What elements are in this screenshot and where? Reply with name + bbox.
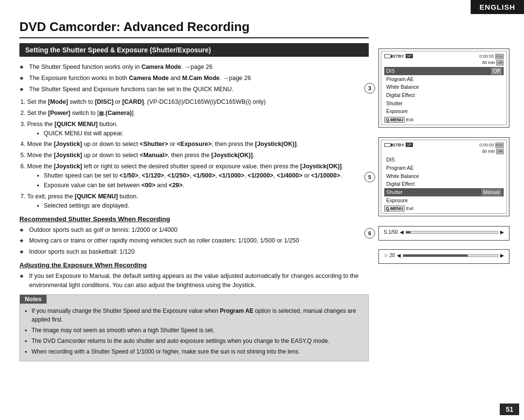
battery-icon-3 [384,54,391,58]
menu-white-balance-5: White Balance [384,172,504,180]
cam-screen-step3: 3 STBY SP 0:00:00 RW 30 min VR DISOff [378,48,509,128]
shutter-bar-label: S.1/50 [384,229,398,235]
step-7: To exit, press the [QUICK MENU] button. … [27,192,369,210]
shutter-bullet-2: Moving cars or trains or other rapidly m… [19,236,369,245]
cam-screen-step5: 5 STBY SP 0:00:00 RW 30 min VR DIS [378,137,509,216]
cam-status-bar-3: STBY SP 0:00:00 RW [384,53,504,59]
shutter-bullets: Outdoor sports such as golf or tennis: 1… [19,226,369,257]
main-content: DVD Camcorder: Advanced Recording Settin… [19,19,369,401]
step-4: Move the [Joystick] up or down to select… [27,140,369,149]
exposure-section-title: Adjusting the Exposure When Recording [19,261,369,269]
vr-badge-5: RW [495,143,504,148]
exposure-bullets: If you set Exposure to Manual, the defau… [19,272,369,290]
note-2: The image may not seem as smooth when a … [25,326,363,335]
exposure-bar-label: ☆ 20 [384,253,395,258]
menu-digital-effect-5: Digital Effect [384,180,504,188]
cam-screen-inner-5: STBY SP 0:00:00 RW 30 min VR DIS Program… [381,140,507,214]
note-1: If you manually change the Shutter Speed… [25,307,363,324]
step3-badge: 3 [364,83,375,94]
page-title: DVD Camcorder: Advanced Recording [19,19,369,38]
shutter-section-title: Recommended Shutter Speeds When Recordin… [19,215,369,223]
time-right-3: 0:00:00 RW [479,53,504,59]
qmenu-icon-5: Q.MENU [384,206,405,211]
step-3: Press the [QUICK MENU] button. QUICK MEN… [27,120,369,138]
shutter-bar [406,231,498,234]
stby-label-5: STBY [393,143,404,147]
cam-screen-inner-3: STBY SP 0:00:00 RW 30 min VR DISOff Prog… [381,51,507,125]
step-1: Set the [Mode] switch to [DISC] or [CARD… [27,97,369,107]
menu-shutter-selected: ShutterManual [384,188,504,196]
qmenu-icon-3: Q.MENU [384,117,405,123]
exposure-bar [403,254,498,257]
menu-exposure-5: Exposure [384,196,504,205]
intro-bullet-1: The Shutter Speed function works only in… [19,63,369,72]
step6-badge: 6 [364,228,375,239]
cam-status-bar-5: STBY SP 0:00:00 RW [384,142,504,147]
time-3: 0:00:00 [479,54,494,59]
section-header: Setting the Shutter Speed & Exposure (Sh… [19,43,369,57]
time-5: 0:00:00 [479,143,494,147]
step-5: Move the [Joystick] up or down to select… [27,151,369,160]
shutter-bar-box: 6 S.1/50 ◀ ▶ [378,226,509,241]
battery-icon-5 [384,143,391,147]
min-label-3: 30 min VR [384,60,504,65]
menu-white-balance-3: White Balance [384,83,504,91]
shutter-bar-track: S.1/50 ◀ ▶ [384,229,504,235]
menu-dis-5: DIS [384,156,504,164]
step-2: Set the [Power] switch to [▩.(Camera)]. [27,109,369,118]
exposure-bar-box: ☆ 20 ◀ ▶ [378,249,509,264]
step-6: Move the [Joystick] left or right to sel… [27,162,369,190]
intro-bullet-3: The Shutter Speed and Exposure functions… [19,85,369,94]
menu-program-ae-5: Program AE [384,164,504,172]
cam-footer-3: Q.MENU Exit [384,117,504,123]
menu-list-5: DIS Program AE White Balance Digital Eff… [384,156,504,204]
exposure-bar-fill [403,255,468,257]
note-4: When recording with a Shutter Speed of 1… [25,347,363,356]
exposure-bar-track: ☆ 20 ◀ ▶ [384,253,504,258]
intro-bullets: The Shutter Speed function works only in… [19,63,369,94]
menu-shutter-3: Shutter [384,99,504,108]
step-3-sub: QUICK MENU list will appear. [37,129,369,138]
shutter-bullet-3: Indoor sports such as basketball: 1/120 [19,247,369,257]
shutter-bullet-1: Outdoor sports such as golf or tennis: 1… [19,226,369,235]
exposure-arrow-right: ▶ [500,253,504,258]
exposure-arrow-left: ◀ [397,253,401,258]
menu-exposure-3: Exposure [384,107,504,115]
dis-value: Off [491,67,502,75]
intro-bullet-2: The Exposure function works in both Came… [19,74,369,83]
english-badge: ENGLISH [471,0,524,14]
shutter-bar-fill [406,231,410,233]
step-6-sub1: Shutter speed can be set to <1/50>, <1/1… [37,171,369,180]
step-6-sub2: Exposure value can be set between <00> a… [37,181,369,190]
time-right-5: 0:00:00 RW [479,142,504,147]
notes-header: Notes [20,295,47,304]
menu-program-ae-3: Program AE [384,75,504,83]
vr-5: VR [496,149,504,154]
menu-dis: DISOff [384,67,504,75]
shutter-arrow-left: ◀ [400,229,404,235]
stby-label-3: STBY [393,54,404,59]
menu-digital-effect-3: Digital Effect [384,91,504,99]
page-container: ENGLISH DVD Camcorder: Advanced Recordin… [0,0,524,420]
cam-status-left-5: STBY SP [384,143,413,147]
note-3: The DVD Camcorder returns to the auto sh… [25,337,363,345]
cam-footer-5: Q.MENU Exit [384,206,504,211]
vr-3: VR [496,60,504,65]
exit-label-3: Exit [406,117,413,122]
steps-list: Set the [Mode] switch to [DISC] or [CARD… [19,97,369,210]
step5-badge: 5 [364,172,375,182]
right-panel: 3 STBY SP 0:00:00 RW 30 min VR DISOff [378,48,509,264]
shutter-arrow-right: ▶ [500,229,504,235]
notes-box: Notes If you manually change the Shutter… [19,294,369,361]
cam-status-left-3: STBY SP [384,54,413,59]
vr-badge-3: RW [495,54,504,59]
min-label-5: 30 min VR [384,149,504,154]
exit-label-5: Exit [406,206,413,211]
sp-badge-5: SP [406,143,413,147]
page-number: 51 [500,404,519,415]
menu-list-3: DISOff Program AE White Balance Digital … [384,67,504,115]
shutter-value: Manual [481,189,502,196]
sp-badge-3: SP [406,54,413,58]
step-7-sub: Selected settings are displayed. [37,201,369,210]
notes-content: If you manually change the Shutter Speed… [20,304,368,361]
